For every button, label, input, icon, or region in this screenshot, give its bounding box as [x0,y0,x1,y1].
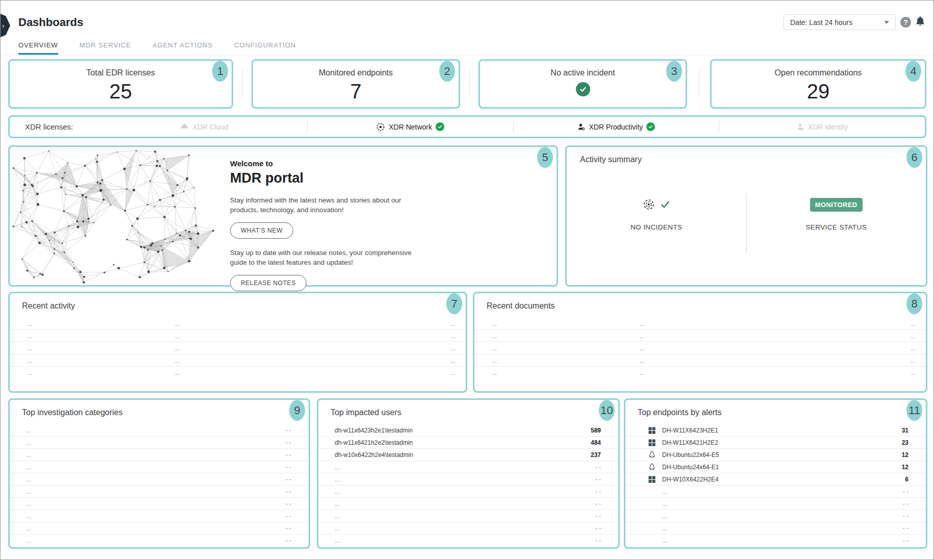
help-icon[interactable]: ? [900,17,911,28]
user-alert-count: 237 [591,451,618,459]
category-value: - - [286,488,309,495]
table-row[interactable]: ... - - [318,534,618,547]
table-row: ... ... ... [474,342,926,354]
table-row[interactable]: ... - - [318,461,618,473]
annotation-badge: 3 [666,61,682,82]
os-icon [648,439,656,447]
green-check-icon [660,199,670,210]
table-row[interactable]: ... - - [625,534,926,547]
card-title: Top investigation categories [22,408,122,417]
table-row[interactable]: ... - - [318,510,618,522]
table-row[interactable]: DH-Ubuntu22x64-E5 12 [625,449,926,461]
category-value: - - [286,513,309,520]
user-alert-count: - - [595,525,618,532]
table-row: ... - - [10,449,309,461]
stat-label: Total EDR licenses [86,68,155,78]
check-circle-icon [576,82,590,96]
chevron-down-icon [884,21,889,24]
user-alert-count: - - [595,513,618,520]
divider [699,69,699,97]
user-alert-count: 589 [591,427,618,434]
user-alert-count: - - [595,500,618,507]
table-row[interactable]: DH-W11X6421H2E2 23 [625,437,926,449]
user-alert-count: - - [595,537,618,544]
table-row[interactable]: dh-w10x6422h2e4\testadmin 237 [318,449,618,461]
tab-configuration[interactable]: CONFIGURATION [234,41,296,55]
cell: ... [175,320,435,327]
table-row: ... - - [10,424,309,437]
stat-card-total-edr-licenses: 1 Total EDR licenses 25 [8,59,233,109]
xdr-licenses-bar: XDR licenses: XDR Cloud XDR Network XDR … [8,115,926,138]
user-name: ... [318,488,595,495]
category-label: ... [10,500,286,507]
cell: ... [474,357,640,364]
tab-agent-actions[interactable]: AGENT ACTIONS [153,41,213,55]
table-row[interactable]: dh-w11x6421h2e2\testadmin 484 [318,437,618,449]
annotation-badge: 6 [906,147,922,168]
top-investigation-table: ... - - ... - - ... - - ... - - [10,424,309,547]
date-range-select[interactable]: Date: Last 24 hours [784,14,896,30]
top-impacted-users-card: 10 Top impacted users dh-w11x6423h2e1\te… [317,398,620,549]
category-value: - - [286,451,309,459]
category-value: - - [286,525,309,532]
notifications-bell-icon[interactable] [914,16,926,28]
table-row[interactable]: dh-w11x6423h2e1\testadmin 589 [318,424,618,437]
card-title: Recent activity [22,301,75,311]
whats-new-button[interactable]: WHAT'S NEW [230,222,293,239]
sidebar-expand-toggle[interactable]: › [1,14,10,37]
top-endpoints-by-alerts-card: 11 Top endpoints by alerts DH-W11X6423H2… [624,398,927,549]
no-incidents-label: NO INCIDENTS [630,223,683,231]
cell: ... [175,345,435,352]
user-alert-count: - - [595,488,618,495]
table-row[interactable]: DH-W10X6422H2E4 6 [625,473,926,486]
xdr-item-cloud: XDR Cloud [102,120,307,134]
cell: ... [474,333,640,340]
service-status-label: SERVICE STATUS [805,223,867,231]
release-notes-button[interactable]: RELEASE NOTES [230,275,307,291]
card-title: Top endpoints by alerts [638,408,722,417]
table-row[interactable]: DH-W11X6423H2E1 31 [625,424,926,437]
endpoint-alert-count: - - [903,500,926,507]
cell: ... [895,369,926,376]
table-row: ... - - [10,510,309,522]
table-row[interactable]: ... - - [318,522,618,534]
radar-icon [643,198,655,211]
table-row[interactable]: ... - - [318,486,618,498]
category-value: - - [286,464,309,471]
cell: ... [175,333,435,340]
tab-mdr-service[interactable]: MDR SERVICE [80,41,131,55]
divider [242,69,243,97]
table-row[interactable]: ... - - [318,498,618,510]
stat-value: 7 [350,80,361,103]
user-name: ... [318,464,595,471]
table-row: ... ... ... [474,318,926,330]
category-label: ... [10,537,286,544]
endpoint-alert-count: - - [903,537,926,544]
cell: ... [435,357,466,364]
welcome-card: 5 Welcome to MDR portal Stay informed wi… [8,145,558,287]
check-circle-icon [646,122,655,131]
category-label: ... [10,513,286,520]
user-alert-count: 484 [591,439,618,446]
tab-overview[interactable]: OVERVIEW [18,41,58,55]
network-icon [376,122,385,132]
table-row[interactable]: ... - - [625,522,926,534]
table-row[interactable]: ... - - [318,473,618,486]
table-row[interactable]: ... - - [625,510,926,522]
stat-card-monitored-endpoints: 2 Monitored endpoints 7 [251,59,460,109]
date-range-value: Date: Last 24 hours [790,18,884,27]
stat-label: No active incident [550,68,615,78]
cell: ... [640,345,895,352]
annotation-badge: 7 [446,293,462,314]
cell: ... [474,345,640,352]
table-row[interactable]: ... - - [625,486,926,498]
table-row: ... ... ... [10,330,466,342]
table-row[interactable]: ... - - [625,498,926,510]
category-label: ... [10,439,286,446]
page-title: Dashboards [18,16,83,29]
cell: ... [435,333,466,340]
welcome-intro: Welcome to [230,159,434,168]
linux-icon [648,463,656,471]
table-row: ... - - [10,522,309,534]
table-row[interactable]: DH-Ubuntu24x64-E1 12 [625,461,926,473]
